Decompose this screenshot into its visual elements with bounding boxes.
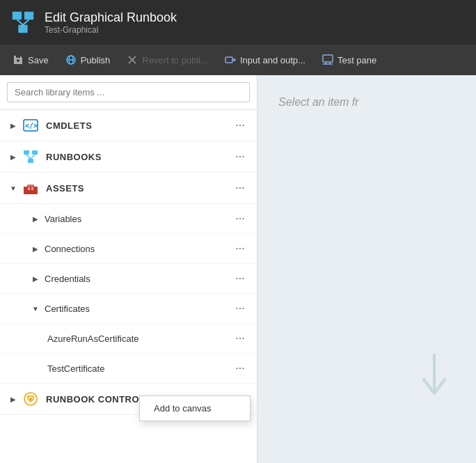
title-bar: Edit Graphical Runbook Test-Graphical — [0, 0, 476, 45]
cmdlets-icon: </> — [22, 117, 39, 134]
connections-label: Connections — [45, 244, 232, 254]
add-to-canvas-item[interactable]: Add to canvas — [140, 396, 250, 421]
assets-label: ASSETS — [46, 183, 232, 194]
connections-expand-arrow: ▶ — [31, 244, 40, 253]
variables-expand-arrow: ▶ — [31, 214, 40, 223]
sub-item-certificates[interactable]: ▼ Certificates ··· — [0, 294, 257, 324]
svg-line-4 — [23, 19, 29, 25]
sidebar: ▶ </> CMDLETS ··· ▶ — [0, 75, 257, 463]
svg-rect-10 — [225, 57, 232, 63]
search-input[interactable] — [7, 82, 250, 102]
save-button[interactable]: Save — [6, 50, 56, 70]
svg-rect-25 — [28, 187, 30, 190]
context-menu: Add to canvas — [139, 395, 251, 421]
section-cmdlets[interactable]: ▶ </> CMDLETS ··· — [0, 110, 257, 141]
test-pane-icon — [322, 54, 333, 65]
svg-rect-26 — [31, 187, 33, 190]
svg-line-21 — [26, 155, 31, 159]
svg-line-22 — [31, 155, 35, 159]
svg-rect-2 — [18, 25, 27, 33]
svg-rect-1 — [24, 12, 33, 19]
cert-item-test-cert[interactable]: TestCertificate ··· — [0, 354, 257, 384]
runbooks-more-btn[interactable]: ··· — [232, 148, 248, 165]
assets-more-btn[interactable]: ··· — [232, 180, 248, 196]
cmdlets-expand-arrow: ▶ — [8, 120, 18, 130]
cmdlets-label: CMDLETS — [46, 120, 232, 131]
main-layout: ▶ </> CMDLETS ··· ▶ — [0, 75, 476, 463]
runbooks-icon — [22, 148, 39, 165]
svg-rect-20 — [28, 159, 33, 163]
page-title: Edit Graphical Runbook — [45, 10, 177, 25]
credentials-more-btn[interactable]: ··· — [232, 270, 248, 287]
svg-rect-19 — [32, 150, 38, 155]
test-cert-more-btn[interactable]: ··· — [232, 360, 248, 377]
section-runbooks[interactable]: ▶ RUNBOOKS ··· — [0, 141, 257, 173]
certificates-label: Certificates — [45, 304, 232, 314]
runbooks-expand-arrow: ▶ — [8, 152, 18, 162]
svg-rect-0 — [13, 12, 22, 19]
credentials-label: Credentials — [45, 274, 232, 284]
svg-line-3 — [17, 19, 23, 25]
runbook-control-expand-arrow: ▶ — [8, 394, 18, 404]
x-icon — [127, 54, 138, 65]
svg-rect-12 — [323, 55, 333, 62]
azure-run-as-label: AzureRunAsCertificate — [47, 333, 232, 344]
globe-icon — [65, 54, 77, 65]
credentials-expand-arrow: ▶ — [31, 274, 40, 283]
assets-expand-arrow: ▼ — [8, 183, 18, 193]
toolbar: Save Publish Revert to publi... Input an… — [0, 45, 476, 75]
assets-icon — [22, 180, 39, 196]
section-assets[interactable]: ▼ ASSETS ··· — [0, 173, 257, 204]
page-subtitle: Test-Graphical — [45, 25, 177, 35]
publish-button[interactable]: Publish — [58, 50, 118, 70]
runbook-title-icon — [10, 9, 36, 36]
variables-more-btn[interactable]: ··· — [232, 210, 248, 227]
test-cert-label: TestCertificate — [47, 363, 232, 374]
save-icon — [13, 54, 24, 65]
input-output-button[interactable]: Input and outp... — [218, 50, 312, 70]
cmdlets-more-btn[interactable]: ··· — [232, 117, 248, 134]
runbooks-label: RUNBOOKS — [46, 152, 232, 162]
connections-more-btn[interactable]: ··· — [232, 240, 248, 257]
certificates-more-btn[interactable]: ··· — [232, 300, 248, 317]
sub-item-variables[interactable]: ▶ Variables ··· — [0, 204, 257, 234]
input-output-icon — [225, 54, 236, 65]
title-text: Edit Graphical Runbook Test-Graphical — [45, 10, 177, 35]
sub-item-credentials[interactable]: ▶ Credentials ··· — [0, 264, 257, 294]
search-box — [0, 75, 257, 110]
cert-item-azure-run-as[interactable]: AzureRunAsCertificate ··· — [0, 324, 257, 354]
variables-label: Variables — [45, 214, 232, 224]
revert-button[interactable]: Revert to publi... — [120, 50, 215, 70]
canvas-placeholder: Select an item fr — [278, 96, 359, 109]
certificates-expand-arrow: ▼ — [31, 304, 40, 313]
canvas-area: Select an item fr — [257, 75, 476, 463]
sub-item-connections[interactable]: ▶ Connections ··· — [0, 234, 257, 264]
svg-text:</>: </> — [25, 122, 38, 130]
svg-point-28 — [29, 398, 32, 400]
azure-run-as-more-btn[interactable]: ··· — [232, 330, 248, 347]
test-pane-button[interactable]: Test pane — [315, 50, 383, 70]
svg-rect-18 — [24, 150, 29, 155]
runbook-control-icon — [22, 391, 39, 407]
